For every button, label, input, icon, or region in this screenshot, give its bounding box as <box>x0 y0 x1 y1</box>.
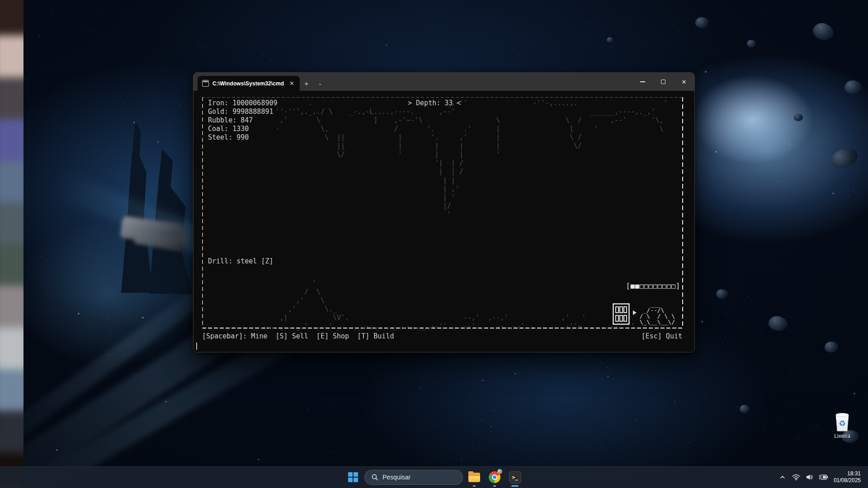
terminal-cursor <box>196 343 197 350</box>
recycle-bin[interactable]: ♻ Lixeira <box>828 412 856 439</box>
running-indicator <box>493 485 496 487</box>
chrome-profile-badge <box>497 469 502 474</box>
resource-iron: Iron: 10000068909 <box>208 99 278 108</box>
resource-gold: Gold: 9998888891 <box>208 108 278 116</box>
clock[interactable]: 18:31 01/08/2025 <box>831 470 863 484</box>
asteroid <box>829 146 860 170</box>
asteroid <box>767 314 789 333</box>
resource-steel: Steel: 990 <box>208 133 278 142</box>
new-tab-button[interactable]: + <box>300 76 313 91</box>
recycle-bin-icon: ♻ <box>833 412 851 432</box>
asteroid <box>740 405 750 413</box>
blurred-thumbnail-strip <box>0 0 24 488</box>
speaker-icon <box>806 474 814 481</box>
asteroid <box>716 289 728 299</box>
menu-quit: [Esc] Quit <box>642 332 682 341</box>
chevron-up-icon <box>779 474 786 480</box>
drill-status: Drill: steel [Z] <box>208 257 274 266</box>
search-input[interactable]: Pesquisar <box>364 470 463 485</box>
asteroid <box>794 114 803 121</box>
tab-title: C:\Windows\System32\cmd.e <box>212 80 284 87</box>
recycle-bin-label: Lixeira <box>828 433 856 439</box>
resource-coal: Coal: 1330 <box>208 125 278 133</box>
asteroid <box>825 342 838 352</box>
file-explorer-button[interactable] <box>465 467 483 487</box>
ascii-rock: ___ _/--/\ / \ / \ \ \_\__\__\/ <box>640 301 675 325</box>
terminal-icon: >_ <box>509 471 521 483</box>
chrome-button[interactable] <box>486 467 504 487</box>
terminal-content[interactable]: . _,-'' -''-,....,. ' ''-''',._,./ \ _-.… <box>193 91 694 352</box>
windows-logo-icon <box>348 472 358 482</box>
wifi-button[interactable] <box>790 468 802 486</box>
start-button[interactable] <box>344 467 362 487</box>
resource-list: Iron: 10000068909 Gold: 9998888891 Rubbl… <box>208 99 278 142</box>
tray-time: 18:31 <box>834 470 861 477</box>
menu-actions: [Spacebar]: Mine [S] Sell [E] Shop [T] B… <box>202 332 394 341</box>
cmd-icon <box>202 80 209 87</box>
pointer-icon <box>633 310 637 315</box>
terminal-taskbar-button[interactable]: >_ <box>506 467 524 487</box>
tab-close-icon[interactable]: ✕ <box>288 80 296 87</box>
taskbar: Pesquisar >_ <box>0 466 868 488</box>
command-menu: [Spacebar]: Mine [S] Sell [E] Shop [T] B… <box>202 332 682 341</box>
tray-chevron-button[interactable] <box>777 468 788 486</box>
asteroid <box>811 20 836 43</box>
asteroid <box>695 17 709 28</box>
game-border-right <box>682 97 683 328</box>
base-building-icon <box>613 303 630 325</box>
active-window-indicator <box>511 485 519 487</box>
asteroid <box>747 40 756 47</box>
asteroid <box>844 80 862 94</box>
tray-date: 01/08/2025 <box>834 477 861 484</box>
svg-text:♻: ♻ <box>839 419 845 428</box>
asteroid <box>607 37 613 42</box>
game-viewport: . _,-'' -''-,....,. ' ''-''',._,./ \ _-.… <box>202 97 683 328</box>
terminal-window: C:\Windows\System32\cmd.e ✕ + ⌄ ✕ . _,-'… <box>193 72 695 352</box>
maximize-button[interactable] <box>653 73 674 91</box>
spaceship <box>117 212 193 255</box>
game-border-top <box>202 97 683 98</box>
volume-button[interactable] <box>804 468 816 486</box>
resource-rubble: Rubble: 847 <box>208 116 278 125</box>
battery-button[interactable] <box>817 468 829 486</box>
minimize-button[interactable] <box>632 73 653 91</box>
search-placeholder: Pesquisar <box>382 474 410 481</box>
search-icon <box>371 474 378 481</box>
close-button[interactable]: ✕ <box>674 73 694 91</box>
terminal-tab[interactable]: C:\Windows\System32\cmd.e ✕ <box>198 76 300 91</box>
progress-bar: [■■□□□□□□□□] <box>626 282 680 291</box>
terminal-titlebar[interactable]: C:\Windows\System32\cmd.e ✕ + ⌄ ✕ <box>193 73 694 91</box>
file-explorer-icon <box>468 473 480 482</box>
tab-dropdown-chevron[interactable]: ⌄ <box>313 76 327 91</box>
depth-indicator: > Depth: 33 < <box>408 99 461 108</box>
wifi-icon <box>792 474 801 481</box>
running-indicator <box>473 485 476 487</box>
base-station: ___ _/--/\ / \ / \ \ \_\__\__\/ <box>613 301 675 325</box>
battery-charging-icon <box>818 474 828 480</box>
